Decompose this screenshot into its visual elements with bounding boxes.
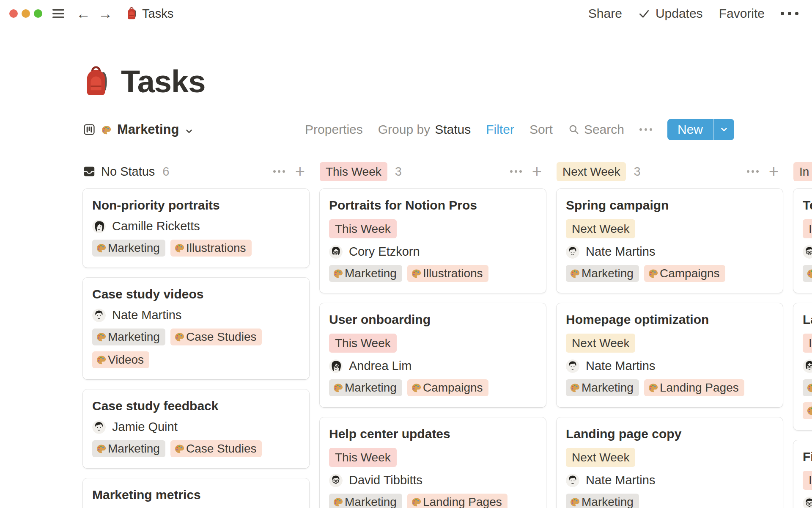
back-arrow-icon[interactable]: ← [76, 6, 91, 21]
tag: Landing Pages [644, 379, 744, 396]
tag-label: Illustrations [423, 267, 483, 280]
column-menu-icon[interactable] [273, 170, 285, 173]
sort-button[interactable]: Sort [529, 122, 553, 137]
task-card[interactable]: Fix s In Progress D Marketing [793, 440, 812, 508]
person-name: Camille Ricketts [112, 219, 200, 233]
column-count: 3 [395, 165, 402, 179]
new-button-label[interactable]: New [667, 122, 713, 137]
column-header: No Status 6 + [83, 163, 309, 180]
toolbar-more-icon[interactable] [639, 128, 652, 131]
person-name: Nate Martins [586, 473, 655, 487]
tag-label: Videos [108, 353, 144, 367]
minimize-window-button[interactable] [22, 9, 30, 18]
card-person: C [803, 359, 812, 373]
status-badge: Next Week [566, 448, 635, 467]
card-person: David Tibbitts [329, 473, 537, 487]
task-card[interactable]: Spring campaign Next Week Nate Martins M… [557, 189, 783, 293]
column-status-badge: In Progress [793, 162, 812, 181]
avatar [803, 497, 812, 508]
person-name: Andrea Lim [349, 359, 411, 373]
avatar [803, 245, 812, 259]
page-title[interactable]: Tasks [121, 64, 205, 99]
tag-label: Campaigns [660, 267, 720, 280]
kanban-board: No Status 6 + Non-priority portraits Cam… [0, 163, 812, 508]
forward-arrow-icon[interactable]: → [98, 6, 112, 21]
favorite-button[interactable]: Favorite [719, 6, 765, 21]
view-switcher[interactable]: Marketing [83, 122, 194, 137]
tag-label: Case Studies [186, 442, 257, 456]
share-button[interactable]: Share [588, 6, 622, 21]
column-menu-icon[interactable] [510, 170, 522, 173]
column-count: 6 [162, 165, 169, 179]
task-card[interactable]: Landing In Progress C Marketing Landing … [793, 303, 812, 430]
card-person: D [803, 496, 812, 508]
person-name: Nate Martins [586, 359, 655, 373]
task-card[interactable]: Homepage optimization Next Week Nate Mar… [557, 303, 783, 407]
board-column-this-week: This Week 3 + Portraits for Notion Pros … [320, 163, 546, 508]
task-card[interactable]: Help center updates This Week David Tibb… [320, 417, 546, 508]
tag: Case Studies [170, 440, 262, 457]
card-person: Jamie Quint [92, 420, 300, 434]
window-controls [9, 9, 42, 18]
task-card[interactable]: User onboarding This Week Andrea Lim Mar… [320, 303, 546, 407]
tag: Marketing [329, 379, 402, 396]
chevron-down-icon [184, 124, 194, 135]
column-title: No Status [83, 165, 155, 179]
task-card[interactable]: Case study videos Nate Martins Marketing… [83, 278, 309, 379]
column-header: Next Week 3 + [557, 163, 783, 180]
tag-label: Illustrations [186, 241, 246, 255]
tag: Marketing [329, 494, 402, 508]
search-label: Search [584, 122, 624, 137]
close-window-button[interactable] [9, 9, 18, 18]
card-title: Case study videos [92, 287, 300, 301]
person-name: David Tibbitts [349, 473, 422, 487]
card-title: User onboarding [329, 312, 537, 327]
more-options-icon[interactable] [781, 12, 798, 15]
new-button-chevron-icon[interactable] [714, 125, 734, 134]
palette-icon [174, 331, 185, 343]
column-add-icon[interactable]: + [295, 163, 305, 180]
task-card[interactable]: Landing page copy Next Week Nate Martins… [557, 417, 783, 508]
sidebar-toggle-icon[interactable] [52, 9, 64, 18]
group-by-value: Status [435, 122, 471, 137]
page-backpack-icon[interactable] [83, 65, 109, 98]
new-button[interactable]: New [667, 119, 734, 140]
filter-button[interactable]: Filter [486, 122, 514, 137]
breadcrumb[interactable]: Tasks [142, 7, 173, 21]
task-card[interactable]: Portraits for Notion Pros This Week Cory… [320, 189, 546, 293]
task-card[interactable]: Team In Progress D Marketing [793, 189, 812, 293]
board-column-in-progress: In Progress Team In Progress D Marketing… [793, 163, 812, 508]
avatar [329, 359, 343, 373]
task-card[interactable]: Non-priority portraits Camille Ricketts … [83, 189, 309, 268]
tag: Campaigns [407, 379, 488, 396]
palette-icon [96, 443, 107, 455]
zoom-window-button[interactable] [34, 9, 42, 18]
palette-icon [96, 243, 107, 254]
column-add-icon[interactable]: + [532, 163, 542, 180]
avatar [566, 359, 579, 373]
palette-icon [96, 331, 107, 343]
avatar [803, 359, 812, 373]
palette-icon [647, 268, 659, 279]
column-add-icon[interactable]: + [769, 163, 779, 180]
card-person: Nate Martins [566, 245, 774, 259]
search-button[interactable]: Search [568, 122, 624, 137]
tag: Marketing [803, 265, 812, 282]
view-toolbar: Marketing Properties Group by Status Fil… [83, 119, 734, 148]
card-title: Team [803, 198, 812, 213]
tag: Campaigns [644, 265, 725, 282]
tag-label: Case Studies [186, 330, 257, 344]
palette-icon [647, 382, 659, 394]
person-name: Nate Martins [586, 245, 655, 259]
palette-icon [806, 268, 812, 279]
properties-button[interactable]: Properties [305, 122, 363, 137]
task-card[interactable]: Marketing metrics Camille Ricketts [83, 478, 309, 508]
card-person: Nate Martins [566, 359, 774, 373]
column-menu-icon[interactable] [747, 170, 759, 173]
task-card[interactable]: Case study feedback Jamie Quint Marketin… [83, 389, 309, 468]
updates-button[interactable]: Updates [638, 6, 703, 21]
search-icon [568, 124, 580, 135]
view-name: Marketing [117, 122, 179, 137]
avatar [566, 474, 579, 487]
group-by-button[interactable]: Group by Status [378, 122, 471, 137]
